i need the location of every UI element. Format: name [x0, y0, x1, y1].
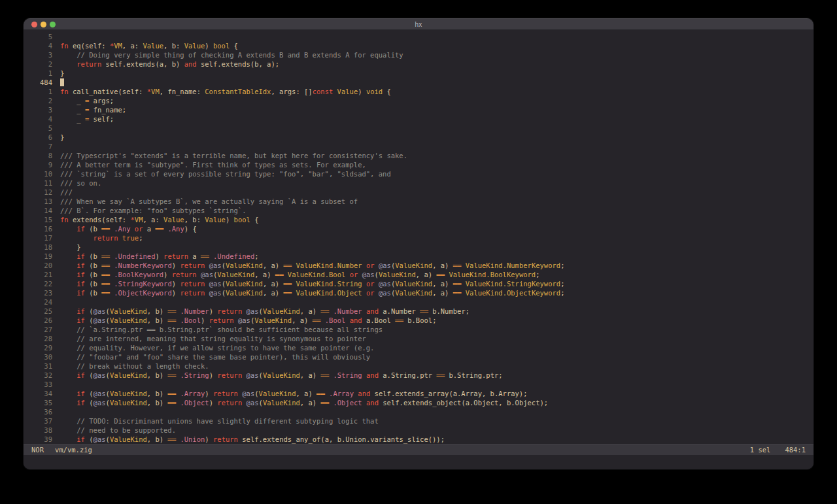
line-number: 21 [24, 270, 52, 279]
code-line[interactable]: 8/// Typescript's "extends" is a terribl… [24, 151, 813, 160]
code-text: if (b ══ .ObjectKeyword) return @as(Valu… [60, 288, 564, 297]
code-text: _ = self; [60, 114, 114, 124]
editor-viewport[interactable]: 54fn eq(self: *VM, a: Value, b: Value) b… [24, 30, 813, 444]
zoom-button[interactable] [50, 22, 56, 27]
code-text: // equality. However, if we allow string… [60, 343, 374, 352]
cursor-block [60, 78, 64, 86]
code-line[interactable]: 18 } [24, 243, 813, 252]
line-number: 38 [24, 426, 52, 435]
line-number: 3 [24, 50, 52, 59]
code-line[interactable]: 24 [24, 297, 813, 307]
code-line[interactable]: 29 // equality. However, if we allow str… [24, 343, 813, 352]
code-text: if (@as(ValueKind, b) ══ .Union) return … [60, 435, 445, 444]
code-line[interactable]: 4 _ = self; [24, 114, 813, 124]
code-text: // Doing very simple thing of checking A… [60, 50, 403, 59]
code-line[interactable]: 484 [24, 78, 813, 87]
code-line[interactable]: 14/// B`. For example: "foo" subtypes `s… [24, 206, 813, 215]
command-line[interactable] [24, 455, 813, 469]
code-line[interactable]: 6} [24, 133, 813, 142]
code-line[interactable]: 10/// `string` is a set of every possibl… [24, 169, 813, 178]
code-text: if (b ══ .NumberKeyword) return @as(Valu… [60, 261, 564, 270]
code-text: if (@as(ValueKind, b) ══ .Array) return … [60, 389, 528, 398]
code-line[interactable]: 1} [24, 69, 813, 78]
line-number: 7 [24, 142, 52, 151]
code-line[interactable]: 21 if (b ══ .BoolKeyword) return @as(Val… [24, 270, 813, 279]
code-line[interactable]: 9/// A better term is "subtype". First t… [24, 160, 813, 169]
line-number: 24 [24, 297, 52, 307]
code-text: // break without a length check. [60, 361, 209, 371]
code-text: // need to be supported. [60, 426, 176, 435]
code-line[interactable]: 35 if (@as(ValueKind, b) ══ .Object) ret… [24, 398, 813, 407]
code-line[interactable]: 4fn eq(self: *VM, a: Value, b: Value) bo… [24, 41, 813, 50]
code-line[interactable]: 34 if (@as(ValueKind, b) ══ .Array) retu… [24, 389, 813, 398]
code-line[interactable]: 17 return true; [24, 233, 813, 243]
code-line[interactable]: 32 if (@as(ValueKind, b) ══ .String) ret… [24, 371, 813, 380]
line-number: 28 [24, 334, 52, 343]
line-number: 31 [24, 361, 52, 371]
traffic-lights [31, 18, 56, 30]
line-number: 484 [24, 78, 52, 87]
line-number: 39 [24, 435, 52, 444]
code-text: _ = args; [60, 96, 114, 105]
code-text: } [60, 69, 64, 78]
line-number: 15 [24, 215, 52, 224]
mode-indicator: NOR [31, 446, 44, 454]
code-text: if (@as(ValueKind, b) ══ .Object) return… [60, 398, 548, 407]
code-line[interactable]: 31 // break without a length check. [24, 361, 813, 371]
code-text: /// [60, 188, 73, 197]
line-number: 6 [24, 133, 52, 142]
code-line[interactable]: 2 return self.extends(a, b) and self.ext… [24, 59, 813, 69]
code-line[interactable]: 2 _ = args; [24, 96, 813, 105]
code-line[interactable]: 33 [24, 380, 813, 389]
line-number: 4 [24, 41, 52, 50]
code-line[interactable]: 12/// [24, 188, 813, 197]
code-text [60, 78, 64, 87]
code-line[interactable]: 5 [24, 124, 813, 133]
code-line[interactable]: 30 // "foobar" and "foo" share the same … [24, 352, 813, 361]
line-number: 23 [24, 288, 52, 297]
line-number: 14 [24, 206, 52, 215]
titlebar[interactable]: hx [24, 18, 813, 30]
code-text: } [60, 133, 64, 142]
code-line[interactable]: 11/// so on. [24, 178, 813, 188]
code-text: } [60, 243, 81, 252]
code-line[interactable]: 38 // need to be supported. [24, 426, 813, 435]
code-line[interactable]: 7 [24, 142, 813, 151]
line-number: 9 [24, 160, 52, 169]
line-number: 37 [24, 416, 52, 426]
code-text: /// `string` is a set of every possible … [60, 169, 391, 178]
code-line[interactable]: 16 if (b ══ .Any or a ══ .Any) { [24, 224, 813, 233]
code-line[interactable]: 27 // `a.String.ptr ══ b.String.ptr` sho… [24, 325, 813, 334]
code-text: if (@as(ValueKind, b) ══ .String) return… [60, 371, 503, 380]
code-line[interactable]: 20 if (b ══ .NumberKeyword) return @as(V… [24, 261, 813, 270]
file-name: vm/vm.zig [55, 446, 92, 454]
code-line[interactable]: 13/// When we say `A subtypes B`, we are… [24, 197, 813, 206]
code-line[interactable]: 26 if (@as(ValueKind, b) ══ .Bool) retur… [24, 316, 813, 325]
code-line[interactable]: 25 if (@as(ValueKind, b) ══ .Number) ret… [24, 307, 813, 316]
line-number: 35 [24, 398, 52, 407]
code-line[interactable]: 37 // TODO: Discriminant unions have sli… [24, 416, 813, 426]
line-number: 19 [24, 252, 52, 261]
code-line[interactable]: 23 if (b ══ .ObjectKeyword) return @as(V… [24, 288, 813, 297]
code-line[interactable]: 3 _ = fn_name; [24, 105, 813, 114]
statusbar-right: 1 sel 484:1 [750, 446, 806, 454]
code-line[interactable]: 36 [24, 407, 813, 416]
line-number: 22 [24, 279, 52, 288]
line-number: 36 [24, 407, 52, 416]
selection-count: 1 sel [750, 446, 771, 454]
code-line[interactable]: 5 [24, 32, 813, 41]
line-number: 2 [24, 96, 52, 105]
line-number: 16 [24, 224, 52, 233]
code-line[interactable]: 22 if (b ══ .StringKeyword) return @as(V… [24, 279, 813, 288]
code-line[interactable]: 1fn call_native(self: *VM, fn_name: Cons… [24, 87, 813, 96]
code-text: // "foobar" and "foo" share the same bas… [60, 352, 370, 361]
code-line[interactable]: 15fn extends(self: *VM, a: Value, b: Val… [24, 215, 813, 224]
line-number: 29 [24, 343, 52, 352]
terminal-window: hx 54fn eq(self: *VM, a: Value, b: Value… [24, 18, 813, 469]
code-line[interactable]: 3 // Doing very simple thing of checking… [24, 50, 813, 59]
code-line[interactable]: 19 if (b ══ .Undefined) return a ══ .Und… [24, 252, 813, 261]
code-line[interactable]: 39 if (@as(ValueKind, b) ══ .Union) retu… [24, 435, 813, 444]
minimize-button[interactable] [41, 22, 46, 27]
code-line[interactable]: 28 // are interned, meaning that string … [24, 334, 813, 343]
close-button[interactable] [31, 22, 37, 27]
